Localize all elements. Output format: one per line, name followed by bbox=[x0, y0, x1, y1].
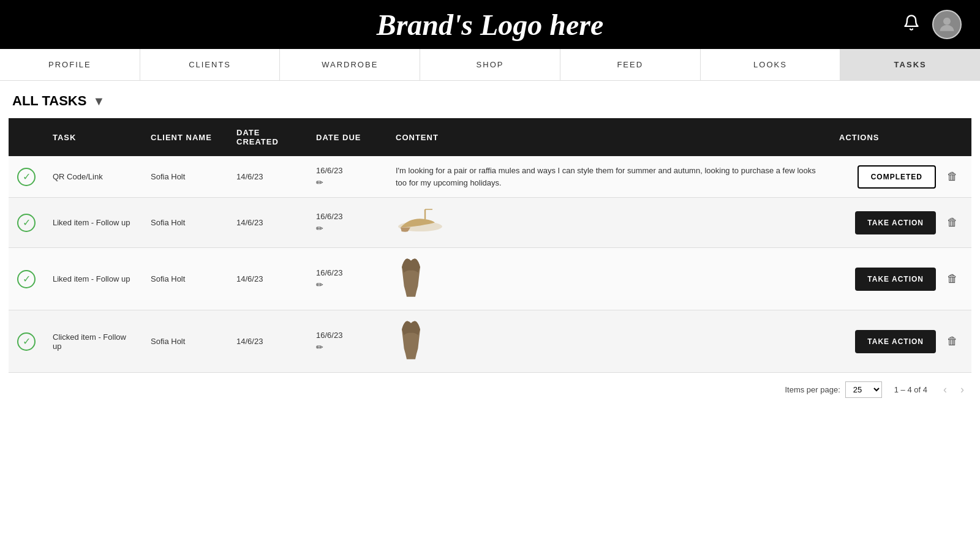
check-icon: ✓ bbox=[17, 332, 36, 351]
check-icon: ✓ bbox=[17, 270, 36, 288]
col-header-actions: ACTIONS bbox=[831, 118, 971, 156]
col-header-client-name: CLIENT NAME bbox=[142, 118, 228, 156]
row-check-cell: ✓ bbox=[9, 156, 44, 198]
row-task-cell: Liked item - Follow up bbox=[44, 248, 142, 310]
filter-label: ALL TASKS bbox=[12, 93, 86, 109]
date-due-text: 16/6/23 bbox=[316, 212, 379, 221]
header-icons bbox=[903, 10, 962, 39]
nav-profile[interactable]: PROFILE bbox=[0, 49, 140, 80]
row-check-cell: ✓ bbox=[9, 198, 44, 248]
take-action-button[interactable]: TAKE ACTION bbox=[855, 330, 936, 353]
row-date-due-cell: 16/6/23✏ bbox=[307, 248, 387, 310]
row-actions-cell: TAKE ACTION🗑 bbox=[831, 310, 971, 373]
col-header-date-due: DATE DUE bbox=[307, 118, 387, 156]
nav-clients[interactable]: CLIENTS bbox=[140, 49, 281, 80]
per-page-select[interactable]: 25 50 100 bbox=[845, 381, 882, 398]
all-tasks-filter[interactable]: ALL TASKS ▼ bbox=[12, 93, 105, 109]
row-date-created-cell: 14/6/23 bbox=[228, 248, 307, 310]
edit-icon[interactable]: ✏ bbox=[316, 223, 379, 233]
nav-tasks[interactable]: TASKS bbox=[840, 49, 980, 80]
svg-point-0 bbox=[944, 18, 951, 24]
row-date-created-cell: 14/6/23 bbox=[228, 156, 307, 198]
table-row: ✓Clicked item - Follow upSofia Holt14/6/… bbox=[9, 310, 971, 373]
row-date-due-cell: 16/6/23✏ bbox=[307, 198, 387, 248]
tasks-table-wrapper: TASK CLIENT NAME DATE CREATED DATE DUE C… bbox=[0, 118, 980, 373]
table-row: ✓QR Code/LinkSofia Holt14/6/2316/6/23✏I'… bbox=[9, 156, 971, 198]
pagination-per-page: Items per page: 25 50 100 bbox=[785, 381, 881, 398]
user-avatar[interactable] bbox=[932, 10, 962, 39]
row-content-cell bbox=[387, 198, 831, 248]
date-due-text: 16/6/23 bbox=[316, 268, 379, 277]
row-date-due-cell: 16/6/23✏ bbox=[307, 310, 387, 373]
bodysuit-image bbox=[396, 319, 426, 362]
row-content-cell bbox=[387, 310, 831, 373]
edit-icon[interactable]: ✏ bbox=[316, 178, 379, 187]
delete-button[interactable]: 🗑 bbox=[942, 268, 963, 290]
row-actions-cell: TAKE ACTION🗑 bbox=[831, 248, 971, 310]
bell-icon[interactable] bbox=[903, 14, 920, 36]
shoe-image bbox=[396, 206, 445, 237]
nav-shop[interactable]: SHOP bbox=[420, 49, 560, 80]
pagination-range: 1 – 4 of 4 bbox=[894, 385, 927, 394]
row-date-created-cell: 14/6/23 bbox=[228, 198, 307, 248]
row-date-due-cell: 16/6/23✏ bbox=[307, 156, 387, 198]
table-header-row: TASK CLIENT NAME DATE CREATED DATE DUE C… bbox=[9, 118, 971, 156]
completed-button[interactable]: COMPLETED bbox=[858, 165, 936, 189]
header: Brand's Logo here bbox=[0, 0, 980, 49]
nav-wardrobe[interactable]: WARDROBE bbox=[280, 49, 420, 80]
table-row: ✓Liked item - Follow upSofia Holt14/6/23… bbox=[9, 198, 971, 248]
delete-button[interactable]: 🗑 bbox=[942, 330, 963, 353]
delete-button[interactable]: 🗑 bbox=[942, 211, 963, 234]
edit-icon[interactable]: ✏ bbox=[316, 280, 379, 290]
row-check-cell: ✓ bbox=[9, 248, 44, 310]
date-due-text: 16/6/23 bbox=[316, 166, 379, 175]
row-client-name-cell: Sofia Holt bbox=[142, 156, 228, 198]
take-action-button[interactable]: TAKE ACTION bbox=[855, 268, 936, 291]
row-client-name-cell: Sofia Holt bbox=[142, 198, 228, 248]
pagination-next-button[interactable]: › bbox=[957, 382, 968, 397]
col-header-task: TASK bbox=[44, 118, 142, 156]
row-task-cell: QR Code/Link bbox=[44, 156, 142, 198]
pagination-prev-button[interactable]: ‹ bbox=[940, 382, 951, 397]
col-header-date-created: DATE CREATED bbox=[228, 118, 307, 156]
tasks-table: TASK CLIENT NAME DATE CREATED DATE DUE C… bbox=[9, 118, 971, 373]
pagination-nav: ‹ › bbox=[940, 382, 968, 397]
row-task-cell: Liked item - Follow up bbox=[44, 198, 142, 248]
edit-icon[interactable]: ✏ bbox=[316, 342, 379, 352]
row-task-cell: Clicked item - Follow up bbox=[44, 310, 142, 373]
content-text: I'm looking for a pair or raffia mules a… bbox=[396, 166, 816, 187]
take-action-button[interactable]: TAKE ACTION bbox=[855, 211, 936, 234]
table-row: ✓Liked item - Follow upSofia Holt14/6/23… bbox=[9, 248, 971, 310]
main-nav: PROFILE CLIENTS WARDROBE SHOP FEED LOOKS… bbox=[0, 49, 980, 81]
row-content-cell: I'm looking for a pair or raffia mules a… bbox=[387, 156, 831, 198]
items-per-page-label: Items per page: bbox=[785, 385, 840, 394]
delete-button[interactable]: 🗑 bbox=[942, 165, 963, 188]
bodysuit-image bbox=[396, 257, 426, 299]
col-header-check bbox=[9, 118, 44, 156]
check-icon: ✓ bbox=[17, 214, 36, 232]
chevron-down-icon: ▼ bbox=[92, 94, 105, 108]
pagination-bar: Items per page: 25 50 100 1 – 4 of 4 ‹ › bbox=[0, 373, 980, 407]
nav-feed[interactable]: FEED bbox=[560, 49, 701, 80]
row-date-created-cell: 14/6/23 bbox=[228, 310, 307, 373]
row-client-name-cell: Sofia Holt bbox=[142, 248, 228, 310]
check-icon: ✓ bbox=[17, 168, 36, 186]
row-actions-cell: COMPLETED🗑 bbox=[831, 156, 971, 198]
row-check-cell: ✓ bbox=[9, 310, 44, 373]
date-due-text: 16/6/23 bbox=[316, 331, 379, 340]
filter-bar: ALL TASKS ▼ bbox=[0, 81, 980, 118]
nav-looks[interactable]: LOOKS bbox=[701, 49, 841, 80]
col-header-content: CONTENT bbox=[387, 118, 831, 156]
row-actions-cell: TAKE ACTION🗑 bbox=[831, 198, 971, 248]
row-content-cell bbox=[387, 248, 831, 310]
row-client-name-cell: Sofia Holt bbox=[142, 310, 228, 373]
brand-logo: Brand's Logo here bbox=[377, 8, 604, 42]
